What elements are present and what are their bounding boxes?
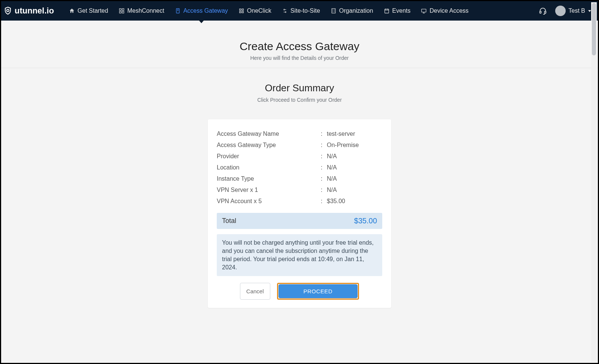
nav-item-access-gateway[interactable]: Access Gateway (175, 7, 228, 14)
cancel-button[interactable]: Cancel (240, 283, 270, 300)
nav-item-site-to-site[interactable]: Site-to-Site (282, 7, 320, 14)
row-label: VPN Account x 5 (217, 198, 318, 205)
total-bar: Total $35.00 (217, 213, 382, 229)
page-subtitle: Here you will find the Details of your O… (1, 55, 598, 61)
summary-row: Access Gateway Name : test-server (217, 128, 382, 140)
row-value: test-server (325, 131, 382, 137)
gateway-icon (175, 8, 181, 14)
row-label: Access Gateway Name (217, 131, 318, 137)
nav-label: OneClick (247, 7, 271, 14)
summary-subtitle: Click Proceed to Confirm your Order (1, 97, 598, 103)
summary-title: Order Summary (1, 82, 598, 94)
svg-rect-9 (242, 9, 243, 10)
nav-label: Get Started (77, 7, 108, 14)
nav-item-oneclick[interactable]: OneClick (238, 7, 271, 14)
svg-rect-4 (122, 11, 124, 13)
summary-rows: Access Gateway Name : test-server Access… (217, 128, 382, 207)
scrollbar[interactable] (591, 2, 597, 362)
home-icon (69, 8, 75, 14)
svg-rect-2 (122, 9, 124, 10)
page-header: Create Access Gateway Here you will find… (1, 21, 598, 68)
row-label: Access Gateway Type (217, 142, 318, 149)
oneclick-icon (238, 8, 244, 14)
row-value: N/A (325, 187, 382, 193)
summary-header: Order Summary Click Proceed to Confirm y… (1, 68, 598, 107)
nav-label: Organization (339, 7, 373, 14)
summary-row: Instance Type : N/A (217, 173, 382, 184)
svg-rect-27 (544, 11, 546, 13)
events-icon (384, 8, 390, 14)
nav-items: Get Started MeshConnect Access Gateway O… (69, 7, 538, 14)
row-colon: : (318, 131, 325, 137)
row-value: N/A (325, 175, 382, 182)
nav-item-device-access[interactable]: Device Access (421, 7, 468, 14)
row-label: VPN Server x 1 (217, 187, 318, 193)
trial-notice: You will not be charged anything until y… (217, 234, 382, 276)
row-value: On-Premise (325, 142, 382, 149)
summary-row: Access Gateway Type : On-Premise (217, 140, 382, 151)
total-value: $35.00 (354, 217, 377, 225)
avatar-icon (555, 6, 566, 16)
svg-point-0 (7, 9, 9, 12)
actions: Cancel PROCEED (217, 283, 382, 300)
navbar: utunnel.io Get Started MeshConnect Acces… (1, 1, 598, 21)
row-colon: : (318, 164, 325, 171)
nav-label: Site-to-Site (291, 7, 320, 14)
order-summary-card: Access Gateway Name : test-server Access… (208, 119, 391, 308)
svg-rect-10 (239, 11, 241, 13)
svg-rect-8 (239, 9, 241, 10)
device-icon (421, 8, 427, 14)
row-colon: : (318, 175, 325, 182)
row-colon: : (318, 142, 325, 149)
svg-rect-11 (242, 11, 243, 13)
summary-row: VPN Server x 1 : N/A (217, 184, 382, 196)
brand-name: utunnel.io (15, 6, 54, 16)
nav-item-meshconnect[interactable]: MeshConnect (119, 7, 164, 14)
mesh-icon (119, 8, 125, 14)
row-colon: : (318, 198, 325, 205)
row-value: $35.00 (325, 198, 382, 205)
svg-rect-1 (119, 9, 121, 10)
row-value: N/A (325, 153, 382, 160)
scrollbar-thumb[interactable] (592, 3, 596, 55)
svg-rect-23 (422, 9, 426, 12)
nav-item-events[interactable]: Events (384, 7, 411, 14)
page-title: Create Access Gateway (1, 40, 598, 53)
row-colon: : (318, 187, 325, 193)
nav-right: Test B (539, 6, 591, 16)
svg-rect-26 (539, 11, 541, 13)
nav-item-organization[interactable]: Organization (331, 7, 373, 14)
total-label: Total (222, 217, 236, 225)
nav-active-pointer-icon (199, 20, 204, 23)
svg-rect-19 (384, 9, 389, 13)
row-label: Location (217, 164, 318, 171)
brand-logo-icon (3, 6, 12, 15)
svg-rect-3 (119, 11, 121, 13)
summary-row: Location : N/A (217, 162, 382, 173)
nav-label: Access Gateway (183, 7, 228, 14)
user-menu[interactable]: Test B (555, 6, 591, 16)
user-name: Test B (569, 7, 585, 14)
row-value: N/A (325, 164, 382, 171)
row-colon: : (318, 153, 325, 160)
org-icon (331, 8, 337, 14)
proceed-highlight: PROCEED (277, 283, 359, 300)
nav-label: Device Access (429, 7, 468, 14)
sitetosite-icon (282, 8, 288, 14)
brand[interactable]: utunnel.io (3, 6, 69, 16)
summary-row: VPN Account x 5 : $35.00 (217, 196, 382, 207)
support-headset-icon[interactable] (539, 7, 547, 15)
nav-item-get-started[interactable]: Get Started (69, 7, 108, 14)
nav-label: MeshConnect (127, 7, 164, 14)
nav-label: Events (392, 7, 411, 14)
summary-row: Provider : N/A (217, 151, 382, 162)
proceed-button[interactable]: PROCEED (279, 284, 358, 298)
row-label: Instance Type (217, 175, 318, 182)
svg-rect-12 (332, 9, 335, 13)
row-label: Provider (217, 153, 318, 160)
chevron-down-icon (588, 10, 591, 12)
